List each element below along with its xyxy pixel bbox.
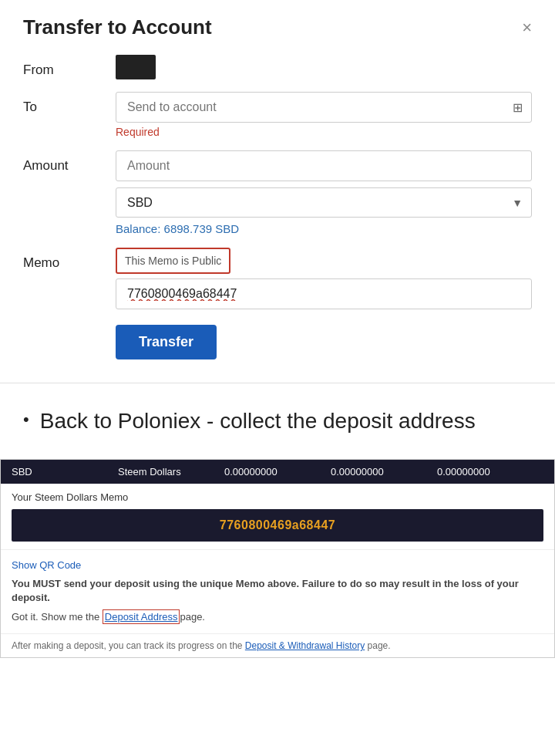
to-field: ⊞ Required [116, 92, 532, 138]
polo-col-3: 0.00000000 [224, 466, 331, 478]
polo-col-2: Steem Dollars [118, 466, 224, 478]
transfer-button[interactable]: Transfer [116, 325, 217, 359]
history-link[interactable]: Deposit & Withdrawal History [245, 640, 365, 651]
amount-row: Amount [23, 150, 532, 181]
modal-header: Transfer to Account × [23, 15, 532, 39]
polo-col-1: SBD [12, 466, 118, 478]
currency-row: SBD ▼ Balance: 6898.739 SBD [23, 187, 532, 235]
amount-field [116, 150, 532, 181]
modal-title: Transfer to Account [23, 15, 212, 39]
poloniex-section: SBD Steem Dollars 0.00000000 0.00000000 … [0, 459, 555, 658]
footer-suffix: page. [365, 640, 390, 651]
bullet-item: • Back to Poloniex - collect the deposit… [23, 407, 532, 436]
polo-table-row: SBD Steem Dollars 0.00000000 0.00000000 … [1, 460, 554, 484]
show-qr-link[interactable]: Show QR Code [12, 559, 81, 571]
memo-field: This Memo is Public [116, 248, 532, 309]
memo-row: Memo This Memo is Public [23, 248, 532, 309]
deposit-address-link[interactable]: Deposit Address [103, 609, 180, 624]
polo-col-5: 0.00000000 [437, 466, 543, 478]
polo-memo-row: Your Steem Dollars Memo 7760800469a68447 [1, 484, 554, 550]
account-icon: ⊞ [513, 100, 523, 115]
to-label: To [23, 92, 116, 115]
polo-warning-text: You MUST send your deposit using the uni… [12, 578, 519, 603]
from-label: From [23, 55, 116, 78]
currency-select[interactable]: SBD [116, 187, 532, 218]
footer-prefix: After making a deposit, you can track it… [12, 640, 245, 651]
bullet-section: • Back to Poloniex - collect the deposit… [0, 383, 555, 459]
memo-input[interactable] [116, 278, 532, 309]
polo-links-row: Show QR Code You MUST send your deposit … [1, 550, 554, 633]
required-text: Required [116, 126, 532, 138]
amount-label: Amount [23, 150, 116, 174]
bullet-text: Back to Poloniex - collect the deposit a… [40, 407, 476, 436]
balance-text: Balance: 6898.739 SBD [116, 222, 532, 235]
polo-memo-value: 7760800469a68447 [12, 509, 543, 542]
polo-got-it: Got it. Show me the Deposit Addresspage. [12, 611, 543, 623]
amount-input[interactable] [116, 150, 532, 181]
polo-footer: After making a deposit, you can track it… [1, 633, 554, 657]
transfer-modal: Transfer to Account × From To ⊞ Required… [0, 0, 555, 383]
got-it-suffix: page. [180, 611, 205, 623]
memo-label: Memo [23, 248, 116, 271]
polo-memo-label: Your Steem Dollars Memo [12, 491, 543, 503]
polo-warning: You MUST send your deposit using the uni… [12, 577, 543, 605]
to-input-wrapper: ⊞ [116, 92, 532, 123]
from-field [116, 55, 532, 79]
to-row: To ⊞ Required [23, 92, 532, 138]
polo-col-4: 0.00000000 [331, 466, 437, 478]
currency-field: SBD ▼ Balance: 6898.739 SBD [116, 187, 532, 235]
currency-label-spacer [23, 187, 116, 195]
memo-public-label: This Memo is Public [125, 255, 221, 267]
got-it-prefix: Got it. Show me the [12, 611, 103, 623]
from-account-box [116, 55, 156, 79]
polo-content: Your Steem Dollars Memo 7760800469a68447… [1, 484, 554, 657]
send-to-input[interactable] [116, 92, 532, 123]
currency-select-wrapper: SBD ▼ [116, 187, 532, 218]
from-row: From [23, 55, 532, 79]
transfer-button-container: Transfer [116, 325, 532, 359]
memo-public-box: This Memo is Public [116, 248, 230, 274]
close-button[interactable]: × [522, 19, 532, 36]
bullet-dot: • [23, 408, 29, 432]
